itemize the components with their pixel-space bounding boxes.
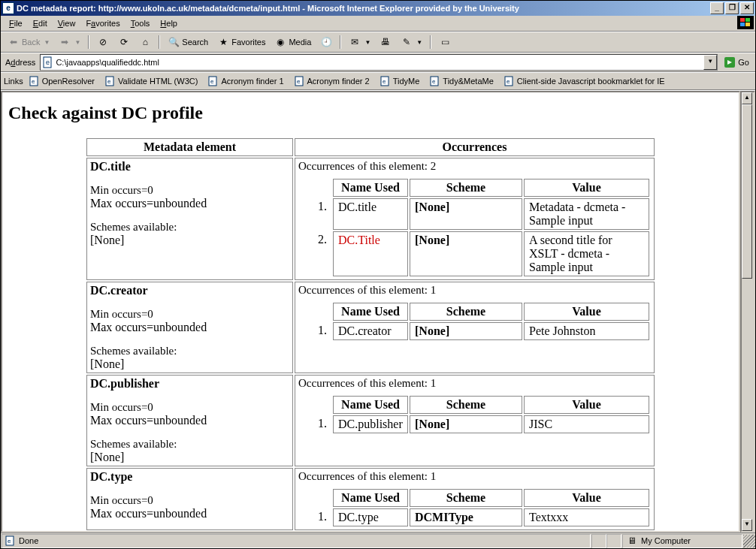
separator xyxy=(159,35,160,49)
links-item[interactable]: eAcronym finder 2 xyxy=(290,74,374,88)
schemes-label: Schemes available: xyxy=(90,345,289,357)
status-page-icon: e xyxy=(5,535,16,546)
occurrence-number: 2. xyxy=(300,231,331,276)
th-occurrences: Occurrences xyxy=(295,138,655,156)
links-item[interactable]: eTidyMe xyxy=(376,74,425,88)
history-button[interactable]: 🕘 xyxy=(316,35,336,50)
stop-icon: ⊘ xyxy=(97,36,109,48)
metadata-element-cell: DC.typeMin occurs=0Max occurs=unbounded xyxy=(86,468,293,530)
history-icon: 🕘 xyxy=(320,36,332,48)
th-scheme: Scheme xyxy=(410,489,522,507)
svg-text:e: e xyxy=(32,78,35,85)
occurrence-row: 2.DC.Title[None]A second title for XSLT … xyxy=(300,231,649,276)
link-icon: e xyxy=(208,76,219,86)
print-button[interactable]: 🖶 xyxy=(376,35,395,50)
page-icon: e xyxy=(42,56,54,68)
element-max: Max occurs=unbounded xyxy=(90,197,289,210)
links-items: eOpenResolvereValidate HTML (W3C)eAcrony… xyxy=(25,74,670,88)
media-button[interactable]: ◉Media xyxy=(271,35,315,50)
forward-arrow-icon: ➡ xyxy=(59,36,71,48)
back-button[interactable]: ⬅ Back ▼ xyxy=(4,35,53,50)
th-value: Value xyxy=(524,396,649,414)
occurrence-value: A second title for XSLT - dcmeta - Sampl… xyxy=(524,231,649,276)
element-name: DC.creator xyxy=(90,284,289,297)
scroll-up-button[interactable]: ▲ xyxy=(742,92,752,104)
refresh-button[interactable]: ⟳ xyxy=(114,35,134,50)
links-item[interactable]: eTidy&MetaMe xyxy=(425,74,497,88)
occurrence-number: 1. xyxy=(300,508,331,526)
search-button[interactable]: 🔍Search xyxy=(164,35,212,50)
occurrence-name: DC.title xyxy=(333,198,408,230)
occurrence-row: 1.DC.publisher[None]JISC xyxy=(300,415,649,433)
menu-favorites[interactable]: Favorites xyxy=(80,17,125,29)
link-label: Acronym finder 2 xyxy=(307,77,370,86)
schemes-label: Schemes available: xyxy=(90,221,289,234)
menu-view[interactable]: View xyxy=(53,17,81,29)
occurrence-name: DC.publisher xyxy=(333,415,408,433)
menu-edit[interactable]: Edit xyxy=(28,17,53,29)
discuss-button[interactable]: ▭ xyxy=(435,35,455,50)
status-left: e Done xyxy=(2,534,591,548)
vertical-scrollbar[interactable]: ▲ ▼ xyxy=(740,91,755,532)
home-button[interactable]: ⌂ xyxy=(135,35,155,50)
window-title: DC metadata report: http://www.ukoln.ac.… xyxy=(17,4,710,13)
menu-tools[interactable]: Tools xyxy=(125,17,156,29)
back-arrow-icon: ⬅ xyxy=(8,36,20,48)
address-input[interactable] xyxy=(56,56,703,68)
link-label: OpenResolver xyxy=(42,77,95,86)
go-button[interactable]: Go xyxy=(721,56,752,68)
app-icon: e xyxy=(2,2,14,14)
maximize-button[interactable]: ❐ xyxy=(725,2,739,14)
th-value: Value xyxy=(524,179,649,197)
address-combo[interactable]: e ▼ xyxy=(40,54,718,71)
menu-help[interactable]: Help xyxy=(155,17,183,29)
media-icon: ◉ xyxy=(274,36,286,48)
occurrence-row: 1.DC.title[None]Metadata - dcmeta - Samp… xyxy=(300,198,649,230)
dc-row: DC.typeMin occurs=0Max occurs=unboundedO… xyxy=(86,468,655,530)
page-content[interactable]: Check against DC profile Metadata elemen… xyxy=(1,91,740,532)
forward-button[interactable]: ➡ ▼ xyxy=(55,35,84,50)
svg-text:e: e xyxy=(383,78,386,85)
address-label: Address xyxy=(4,58,37,67)
close-button[interactable]: ✕ xyxy=(740,2,754,14)
svg-text:e: e xyxy=(46,59,50,66)
metadata-element-cell: DC.creatorMin occurs=0Max occurs=unbound… xyxy=(86,282,293,373)
links-item[interactable]: eClient-side Javascript bookmarklet for … xyxy=(500,74,670,88)
occurrence-value: Metadata - dcmeta - Sample input xyxy=(524,198,649,230)
occurrence-row: 1.DC.creator[None]Pete Johnston xyxy=(300,322,649,340)
scroll-down-button[interactable]: ▼ xyxy=(742,519,752,531)
go-label: Go xyxy=(738,58,749,67)
th-value: Value xyxy=(524,303,649,321)
dc-row: DC.creatorMin occurs=0Max occurs=unbound… xyxy=(86,282,655,373)
svg-rect-1 xyxy=(745,18,750,22)
occurrences-cell: Occurrences of this element: 1Name UsedS… xyxy=(295,375,655,466)
links-item[interactable]: eAcronym finder 1 xyxy=(204,74,288,88)
occurrences-cell: Occurrences of this element: 2Name UsedS… xyxy=(295,158,655,280)
occurrence-scheme: [None] xyxy=(410,322,522,340)
favorites-button[interactable]: ★Favorites xyxy=(213,35,269,50)
links-item[interactable]: eOpenResolver xyxy=(25,74,99,88)
element-min: Min occurs=0 xyxy=(90,184,289,197)
occurrence-name: DC.Title xyxy=(333,231,408,276)
address-dropdown-icon[interactable]: ▼ xyxy=(703,55,717,70)
dc-row: DC.publisherMin occurs=0Max occurs=unbou… xyxy=(86,375,655,466)
element-min: Min occurs=0 xyxy=(90,494,289,507)
schemes-value: [None] xyxy=(90,234,289,247)
resize-grip[interactable] xyxy=(743,535,755,547)
occurrence-value: Pete Johnston xyxy=(524,322,649,340)
stop-button[interactable]: ⊘ xyxy=(93,35,113,50)
windows-logo-icon xyxy=(737,16,754,29)
search-icon: 🔍 xyxy=(168,36,180,48)
back-label: Back xyxy=(22,38,40,47)
menu-file[interactable]: File xyxy=(4,17,28,29)
mail-button[interactable]: ✉▼ xyxy=(345,35,374,50)
schemes-value: [None] xyxy=(90,357,289,371)
scroll-thumb[interactable] xyxy=(742,104,752,279)
minimize-button[interactable]: _ xyxy=(710,2,724,14)
occurrence-value: Textxxx xyxy=(524,508,649,526)
element-name: DC.publisher xyxy=(90,377,289,391)
links-item[interactable]: eValidate HTML (W3C) xyxy=(101,74,202,88)
edit-button[interactable]: ✎▼ xyxy=(397,35,426,50)
separator xyxy=(340,35,341,49)
occurrence-table: Name UsedSchemeValue1.DC.publisher[None]… xyxy=(298,394,651,435)
